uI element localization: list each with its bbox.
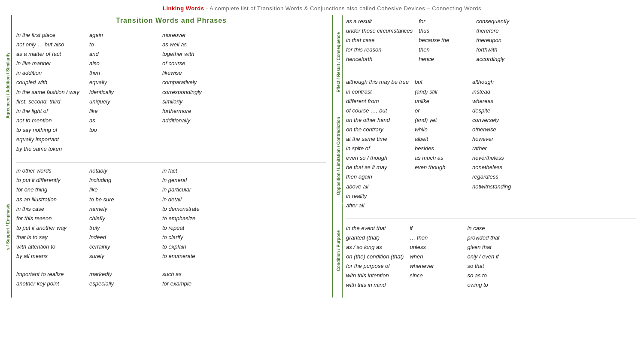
- list-item: as a matter of fact: [16, 49, 81, 59]
- list-item: in general: [162, 176, 227, 185]
- list-item: of course …, but: [346, 106, 409, 115]
- list-item: in that case: [346, 36, 413, 45]
- list-item: not to mention: [16, 116, 81, 125]
- main-container: Agreement / Addition / Similarity s / Su…: [0, 15, 644, 298]
- right-section-label-1: Opposition / Limitation / Contradiction: [335, 109, 343, 203]
- list-item: equally important: [16, 135, 81, 144]
- right-content: as a resultunder those circumstancesin t…: [343, 15, 640, 298]
- list-item: chiefly: [89, 214, 154, 223]
- list-item: including: [89, 176, 154, 185]
- list-item: likewise: [162, 68, 227, 78]
- list-item: at the same time: [346, 134, 409, 144]
- list-item: nonetheless: [472, 163, 524, 172]
- right-vertical-wrapper: Effect / Result / ConsequenceOpposition …: [335, 15, 343, 298]
- list-item: uniquely: [89, 97, 154, 106]
- list-item: hence: [419, 55, 470, 64]
- list-item: above all: [346, 182, 409, 191]
- list-item: consequently: [476, 17, 528, 26]
- right-divider-1: [346, 218, 636, 219]
- list-item: in spite of: [346, 144, 409, 153]
- agreement-section: in the first placenot only … but alsoas …: [16, 30, 326, 154]
- left-panel: Agreement / Addition / Similarity s / Su…: [4, 15, 331, 298]
- list-item: equally: [89, 78, 154, 87]
- list-item: comparatively: [162, 78, 227, 87]
- list-item: although this may be true: [346, 77, 409, 87]
- list-item: despite: [472, 106, 524, 115]
- list-item: similarly: [162, 97, 227, 106]
- list-item: in like manner: [16, 59, 81, 68]
- left-vertical-wrapper: Agreement / Addition / Similarity s / Su…: [4, 15, 12, 298]
- agreement-col1: in the first placenot only … but alsoas …: [16, 30, 81, 154]
- list-item: another key point: [16, 279, 81, 288]
- list-item: (and) still: [415, 87, 466, 97]
- list-item: nevertheless: [472, 153, 524, 163]
- list-item: for the purpose of: [346, 261, 404, 271]
- list-item: for this reason: [16, 214, 81, 223]
- list-item: if: [410, 224, 461, 233]
- list-item: even though: [415, 163, 466, 172]
- list-item: however: [472, 134, 524, 144]
- header-subtitle: - A complete list of Transition Words & …: [206, 5, 481, 12]
- right-section-0: as a resultunder those circumstancesin t…: [346, 15, 636, 64]
- list-item: owing to: [467, 280, 519, 290]
- list-item: notably: [89, 166, 154, 176]
- list-item: important to realize: [16, 270, 81, 279]
- right-col-2-0: in the event thatgranted (that)as / so l…: [346, 224, 404, 290]
- list-item: in fact: [162, 166, 227, 176]
- list-item: certainly: [89, 242, 154, 252]
- list-item: of course: [162, 59, 227, 68]
- list-item: as much as: [415, 153, 466, 163]
- list-item: markedly: [89, 270, 154, 279]
- right-panel: Effect / Result / ConsequenceOpposition …: [335, 15, 640, 298]
- list-item: furthermore: [162, 106, 227, 116]
- right-col-2-2: in caseprovided thatgiven thatonly / eve…: [467, 224, 519, 290]
- list-item: in other words: [16, 166, 81, 176]
- list-item: to put it differently: [16, 176, 81, 185]
- list-item: otherwise: [472, 125, 524, 134]
- list-item: unlike: [415, 97, 466, 106]
- agreement-col3: moreoveras well astogether withof course…: [162, 30, 227, 154]
- list-item: notwithstanding: [472, 182, 524, 191]
- list-item: whenever: [410, 261, 461, 271]
- list-item: when: [410, 252, 461, 261]
- divider1: [16, 162, 326, 163]
- right-col-0-2: consequentlythereforethereuponforthwitha…: [476, 17, 528, 64]
- list-item: forthwith: [476, 45, 528, 55]
- list-item: since: [410, 271, 461, 280]
- list-item: to put it another way: [16, 223, 81, 233]
- list-item: in the light of: [16, 106, 81, 116]
- right-section-2: in the event thatgranted (that)as / so l…: [346, 222, 636, 290]
- list-item: conversely: [472, 115, 524, 125]
- list-item: to emphasize: [162, 214, 227, 223]
- list-item: regardless: [472, 172, 524, 182]
- list-item: first, second, third: [16, 97, 81, 106]
- list-item: in particular: [162, 185, 227, 194]
- list-item: and: [89, 49, 154, 59]
- list-item: although: [472, 77, 524, 87]
- list-item: only / even if: [467, 252, 519, 261]
- list-item: rather: [472, 144, 524, 153]
- list-item: as / so long as: [346, 243, 404, 252]
- right-grid-0: as a resultunder those circumstancesin t…: [346, 17, 636, 64]
- emphasis2-grid: important to realizeanother key point ma…: [16, 270, 326, 288]
- list-item: albeit: [415, 134, 466, 144]
- list-item: in case: [467, 224, 519, 233]
- list-item: with this in mind: [346, 280, 404, 290]
- list-item: identically: [89, 88, 154, 97]
- right-divider-0: [346, 72, 636, 72]
- list-item: coupled with: [16, 78, 81, 87]
- list-item: on the other hand: [346, 115, 409, 125]
- agreement-vertical-label: Agreement / Addition / Similarity: [4, 15, 12, 156]
- list-item: as: [89, 116, 154, 125]
- list-item: in reality: [346, 191, 409, 201]
- list-item: in detail: [162, 195, 227, 204]
- list-item: correspondingly: [162, 88, 227, 97]
- emphasis-col1: in other wordsto put it differentlyfor o…: [16, 166, 81, 261]
- list-item: for this reason: [346, 45, 413, 55]
- list-item: that is to say: [16, 233, 81, 242]
- list-item: then: [419, 45, 470, 55]
- list-item: surely: [89, 252, 154, 261]
- list-item: but: [415, 77, 466, 87]
- list-item: by all means: [16, 252, 81, 261]
- section-title: Transition Words and Phrases: [16, 17, 326, 24]
